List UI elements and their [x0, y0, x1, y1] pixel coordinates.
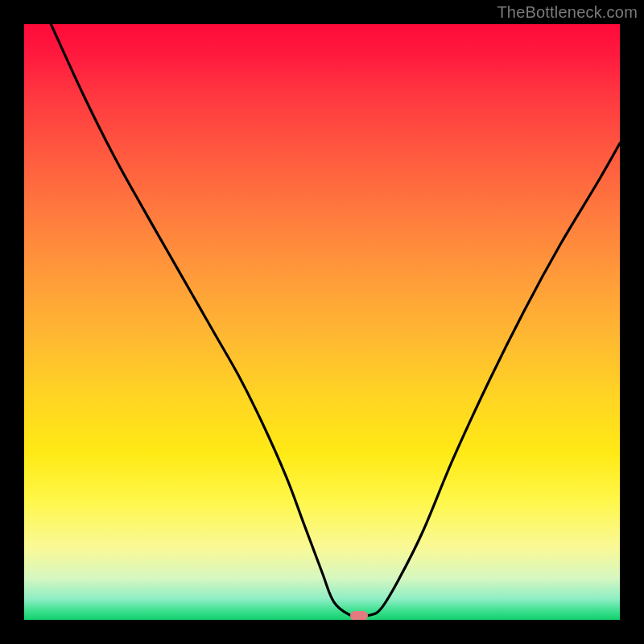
- plot-area: [24, 24, 620, 620]
- minimum-marker: [350, 611, 368, 620]
- chart-frame: TheBottleneck.com: [0, 0, 644, 644]
- watermark-text: TheBottleneck.com: [497, 3, 638, 22]
- bottleneck-curve: [24, 24, 620, 620]
